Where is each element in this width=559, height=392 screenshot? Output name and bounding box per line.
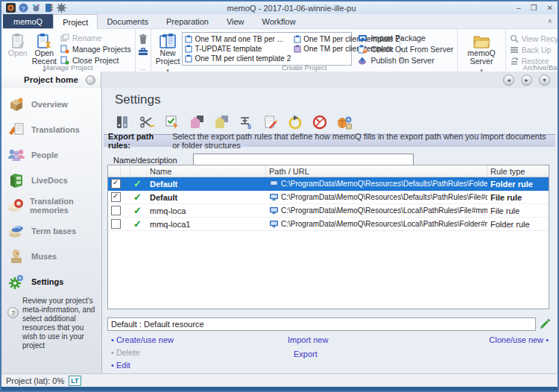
settings-icon (7, 272, 26, 291)
back-up-button[interactable]: Back Up (510, 45, 559, 54)
sphere-icon (86, 75, 95, 85)
options-gear-icon[interactable] (57, 3, 66, 13)
table-row[interactable]: ✓ Default C:\ProgramData\MemoQ\Resources… (108, 191, 549, 204)
template-item[interactable]: One TM per client template 2 (185, 54, 291, 63)
recycle-bin-icon (510, 34, 519, 43)
row-checkbox[interactable] (111, 192, 121, 202)
table-row[interactable]: ✓ mmq-loca C:\ProgramData\MemoQ\Resource… (108, 204, 549, 218)
notebook-icon[interactable] (44, 3, 54, 13)
sidebar-item-settings[interactable]: Settings (1, 269, 101, 294)
sidebar-help-text: Review your project's meta-information, … (22, 297, 97, 350)
template-item[interactable]: One TM and one TB per ... (185, 34, 291, 44)
maximize-button[interactable]: ❒ (531, 4, 537, 12)
rule-path: C:\ProgramData\MemoQ\Resources\Defaults\… (281, 193, 487, 201)
nav-menu-button[interactable]: ▼ (539, 75, 550, 86)
tab-project[interactable]: Project (53, 14, 98, 29)
valid-check-icon: ✓ (133, 206, 142, 215)
column-header-path[interactable]: Path / URL (266, 165, 487, 177)
view-recycle-bin-button[interactable]: View Recycle Bin (510, 34, 559, 43)
server-folder-icon (473, 31, 490, 49)
template-icon (294, 35, 301, 43)
row-checkbox[interactable] (111, 219, 121, 229)
group-label: Create Project (151, 63, 458, 72)
resource-description-box[interactable]: Default : Default resource (107, 317, 536, 331)
people-icon (7, 145, 26, 165)
new-project-icon (159, 31, 177, 49)
settings-panel: Settings 5 Export path rules: Select the… (102, 88, 558, 373)
export-path-rules-icon[interactable] (260, 113, 280, 132)
number-formats-icon[interactable]: 5 (236, 113, 256, 132)
ignore-lists-icon[interactable] (309, 113, 329, 132)
settings-tab-strip: 5 (113, 113, 354, 132)
row-checkbox[interactable] (111, 179, 121, 189)
tab-workflow[interactable]: Workflow (253, 14, 305, 28)
memoq-logo-icon[interactable] (6, 3, 16, 13)
translation-memories-icon (7, 196, 25, 215)
tm-settings-icon[interactable] (186, 113, 206, 132)
template-item[interactable]: T-UPDATE template (185, 44, 291, 54)
window-frame-bottom (1, 387, 558, 391)
rule-type: Folder rule (487, 218, 549, 230)
tab-preparation[interactable]: Preparation (157, 14, 218, 28)
project-home-tab[interactable]: Project home (1, 72, 101, 88)
resource-actions: Create/use new Delete Edit Properties Im… (111, 335, 549, 373)
rule-name: Default (147, 191, 266, 203)
row-checkbox[interactable] (111, 206, 121, 215)
manage-projects-button[interactable]: Manage Projects (60, 44, 131, 54)
computer-icon (269, 206, 279, 215)
template-icon (185, 54, 192, 63)
sidebar-item-people[interactable]: People (1, 142, 101, 168)
ribbon-tab-bar: memoQ Project Documents Preparation View… (1, 14, 558, 29)
create-use-new-link[interactable]: Create/use new (111, 335, 288, 345)
nav-back-button[interactable]: ◄ (503, 75, 514, 86)
help-icon[interactable]: ? (19, 3, 28, 13)
group-memoq-server: memoQ Server (458, 29, 505, 72)
help-question-icon[interactable]: ? (7, 307, 19, 318)
group-label: Manage Project (1, 63, 135, 72)
template-icon (185, 35, 192, 43)
qa-settings-icon[interactable] (162, 113, 182, 132)
livedocs-icon (7, 171, 26, 190)
sidebar-item-muses[interactable]: Muses (1, 244, 101, 269)
export-link[interactable]: Export (294, 350, 455, 359)
sidebar-item-overview[interactable]: Overview (1, 92, 101, 117)
name-description-label: Name/description (113, 156, 177, 165)
tab-memoq[interactable]: memoQ (3, 14, 53, 28)
memoq-server-button[interactable]: memoQ Server (465, 31, 497, 75)
edit-link[interactable]: Edit (111, 361, 288, 370)
minimize-button[interactable]: – (517, 4, 521, 12)
nav-forward-button[interactable]: ► (521, 75, 532, 86)
rename-button[interactable]: Rename (60, 33, 131, 42)
sidebar-item-term-bases[interactable]: Term bases (1, 218, 101, 244)
segmentation-rules-icon[interactable] (137, 113, 157, 132)
table-row[interactable]: ✓ Default C:\ProgramData\MemoQ\Resources… (108, 177, 549, 191)
import-new-link[interactable]: Import new (288, 335, 455, 345)
tb-settings-icon[interactable] (211, 113, 231, 132)
delete-link[interactable]: Delete (111, 348, 288, 358)
collapse-ribbon-icon[interactable]: ∧ (547, 17, 552, 25)
check-out-from-server-button[interactable]: Check Out From Server (358, 44, 453, 54)
sidebar-item-livedocs[interactable]: LiveDocs (1, 168, 101, 193)
sidebar-item-translation-memories[interactable]: Translation memories (1, 193, 101, 218)
sync-gear-icon[interactable] (31, 3, 41, 13)
rule-name: Default (147, 177, 266, 190)
import-package-button[interactable]: Import Package (358, 33, 453, 42)
svg-text:?: ? (22, 5, 25, 12)
tab-documents[interactable]: Documents (98, 14, 157, 28)
table-row[interactable]: ✓ mmq-loca1 C:\ProgramData\MemoQ\Resourc… (108, 218, 549, 231)
column-header-name[interactable]: Name (147, 165, 266, 177)
tab-view[interactable]: View (218, 14, 253, 28)
toolbox-icon[interactable] (138, 47, 148, 56)
delete-project-icon[interactable] (138, 34, 148, 45)
export-path-rules-banner: Export path rules: Select the export pat… (104, 134, 555, 147)
close-button[interactable]: ✕ (547, 4, 553, 12)
edit-description-icon[interactable] (538, 317, 552, 331)
general-settings-icon[interactable] (113, 113, 133, 132)
group-manage-project: Open Open Recent Rename Manage Projects (1, 29, 136, 72)
sidebar-item-translations[interactable]: Translations (1, 117, 101, 142)
clone-use-new-link[interactable]: Clone/use new (489, 335, 549, 344)
auto-translation-rules-icon[interactable] (285, 113, 305, 132)
column-header-rule-type[interactable]: Rule type (487, 165, 549, 177)
open-button[interactable]: Open (6, 31, 30, 58)
font-substitution-icon[interactable] (334, 113, 354, 132)
